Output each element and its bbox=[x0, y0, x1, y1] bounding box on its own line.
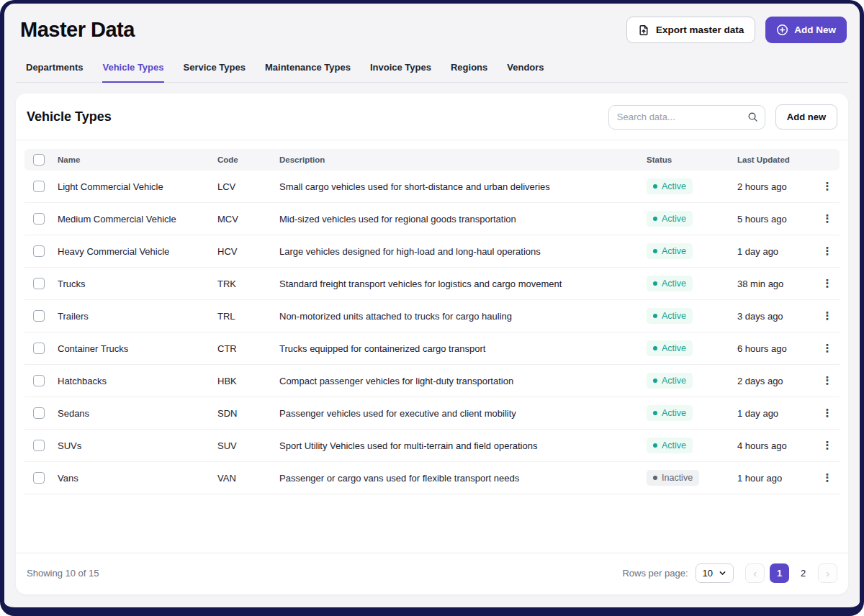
row-checkbox[interactable] bbox=[33, 472, 45, 484]
next-page-button[interactable]: › bbox=[818, 563, 837, 583]
row-checkbox[interactable] bbox=[33, 407, 45, 419]
row-description: Trucks equipped for containerized cargo … bbox=[279, 332, 647, 365]
row-checkbox[interactable] bbox=[33, 245, 45, 257]
page-buttons: 12 bbox=[770, 563, 813, 583]
column-header-actions bbox=[815, 149, 840, 171]
tab-invoice-types[interactable]: Invoice Types bbox=[370, 55, 431, 83]
status-dot-icon bbox=[653, 443, 657, 448]
row-checkbox[interactable] bbox=[33, 440, 45, 451]
row-name: Hatchbacks bbox=[58, 365, 217, 397]
vehicle-types-card: Vehicle Types Add new bbox=[16, 94, 848, 594]
table-row: VansVANPassenger or cargo vans used for … bbox=[24, 462, 840, 494]
status-dot-icon bbox=[653, 281, 657, 286]
column-header-description: Description bbox=[279, 149, 647, 171]
row-actions-kebab-icon[interactable]: ⋮ bbox=[822, 212, 833, 225]
status-label: Active bbox=[662, 311, 686, 321]
row-last-updated: 4 hours ago bbox=[737, 430, 815, 462]
status-dot-icon bbox=[653, 314, 657, 318]
status-badge: Active bbox=[647, 340, 693, 356]
page-header: Master Data Export master data Add New bbox=[16, 4, 848, 43]
tab-vehicle-types[interactable]: Vehicle Types bbox=[102, 55, 163, 83]
tab-service-types[interactable]: Service Types bbox=[184, 55, 246, 83]
row-actions-kebab-icon[interactable]: ⋮ bbox=[822, 471, 833, 484]
row-actions-kebab-icon[interactable]: ⋮ bbox=[822, 407, 833, 419]
header-actions: Export master data Add New bbox=[626, 17, 847, 43]
row-code: TRL bbox=[217, 300, 279, 332]
card-footer: Showing 10 of 15 Rows per page: 10 ‹ 12 … bbox=[16, 553, 848, 594]
status-badge: Active bbox=[647, 308, 693, 324]
table-row: SedansSDNPassenger vehicles used for exe… bbox=[24, 397, 840, 430]
select-all-checkbox[interactable] bbox=[33, 154, 45, 166]
rows-per-page-value: 10 bbox=[703, 568, 713, 579]
row-actions-kebab-icon[interactable]: ⋮ bbox=[822, 277, 833, 289]
status-dot-icon bbox=[653, 346, 657, 350]
table-row: SUVsSUVSport Utility Vehicles used for m… bbox=[24, 430, 840, 462]
pager: ‹ 12 › bbox=[745, 563, 837, 583]
row-code: HCV bbox=[217, 235, 279, 268]
row-last-updated: 6 hours ago bbox=[737, 332, 815, 365]
row-last-updated: 2 days ago bbox=[737, 365, 815, 397]
tab-maintenance-types[interactable]: Maintenance Types bbox=[265, 55, 351, 83]
row-actions-kebab-icon[interactable]: ⋮ bbox=[822, 180, 833, 192]
row-checkbox[interactable] bbox=[33, 213, 45, 225]
page-button-1[interactable]: 1 bbox=[770, 563, 789, 583]
table-row: Container TrucksCTRTrucks equipped for c… bbox=[24, 332, 840, 365]
tab-departments[interactable]: Departments bbox=[26, 55, 83, 83]
row-last-updated: 1 day ago bbox=[737, 235, 815, 268]
table-row: Medium Commercial VehicleMCVMid-sized ve… bbox=[24, 203, 840, 235]
status-label: Active bbox=[662, 246, 686, 256]
status-label: Active bbox=[662, 440, 686, 450]
row-name: Medium Commercial Vehicle bbox=[58, 203, 217, 235]
row-checkbox[interactable] bbox=[33, 181, 45, 192]
row-actions-kebab-icon[interactable]: ⋮ bbox=[822, 309, 833, 322]
row-description: Non-motorized units attached to trucks f… bbox=[279, 300, 647, 332]
status-label: Active bbox=[662, 181, 686, 191]
chevron-right-icon: › bbox=[826, 568, 829, 579]
plus-circle-icon bbox=[776, 24, 788, 36]
status-dot-icon bbox=[653, 411, 657, 415]
row-name: Trucks bbox=[58, 268, 217, 300]
tab-vendors[interactable]: Vendors bbox=[507, 55, 544, 83]
column-header-name: Name bbox=[58, 149, 217, 171]
card-add-new-label: Add new bbox=[787, 112, 826, 122]
showing-count: Showing 10 of 15 bbox=[27, 568, 99, 579]
row-checkbox[interactable] bbox=[33, 310, 45, 322]
vehicle-types-table: Name Code Description Status Last Update… bbox=[24, 149, 840, 494]
row-name: Container Trucks bbox=[58, 332, 217, 365]
tab-bar: DepartmentsVehicle TypesService TypesMai… bbox=[16, 55, 848, 83]
chevron-left-icon: ‹ bbox=[753, 568, 757, 579]
row-actions-kebab-icon[interactable]: ⋮ bbox=[822, 439, 833, 451]
row-code: MCV bbox=[217, 203, 279, 235]
add-new-button[interactable]: Add New bbox=[765, 17, 847, 43]
table-row: TrucksTRKStandard freight transport vehi… bbox=[24, 268, 840, 300]
search-icon bbox=[747, 112, 758, 125]
rows-per-page-select[interactable]: 10 bbox=[696, 563, 734, 583]
row-name: Trailers bbox=[58, 300, 217, 332]
status-label: Active bbox=[662, 343, 686, 353]
status-badge: Active bbox=[647, 276, 693, 291]
status-dot-icon bbox=[653, 249, 657, 253]
page-button-2[interactable]: 2 bbox=[793, 563, 813, 583]
row-description: Sport Utility Vehicles used for multi-te… bbox=[279, 430, 647, 462]
row-actions-kebab-icon[interactable]: ⋮ bbox=[822, 374, 833, 386]
tab-regions[interactable]: Regions bbox=[451, 55, 487, 83]
row-code: HBK bbox=[217, 365, 279, 397]
status-label: Active bbox=[662, 214, 686, 224]
prev-page-button[interactable]: ‹ bbox=[745, 563, 765, 583]
table-row: TrailersTRLNon-motorized units attached … bbox=[24, 300, 840, 332]
card-add-new-button[interactable]: Add new bbox=[775, 104, 837, 130]
row-checkbox[interactable] bbox=[33, 278, 45, 289]
row-actions-kebab-icon[interactable]: ⋮ bbox=[822, 245, 833, 257]
row-last-updated: 5 hours ago bbox=[737, 203, 815, 235]
table-row: Light Commercial VehicleLCVSmall cargo v… bbox=[24, 171, 840, 203]
row-code: CTR bbox=[217, 332, 279, 365]
row-actions-kebab-icon[interactable]: ⋮ bbox=[822, 342, 833, 354]
export-master-data-button[interactable]: Export master data bbox=[626, 17, 755, 43]
row-checkbox[interactable] bbox=[33, 343, 45, 354]
column-header-last-updated: Last Updated bbox=[737, 149, 815, 171]
search-input[interactable] bbox=[608, 105, 765, 130]
pagination-controls: Rows per page: 10 ‹ 12 › bbox=[622, 563, 837, 583]
status-dot-icon bbox=[653, 217, 657, 221]
row-description: Large vehicles designed for high-load an… bbox=[279, 235, 647, 268]
row-checkbox[interactable] bbox=[33, 375, 45, 386]
